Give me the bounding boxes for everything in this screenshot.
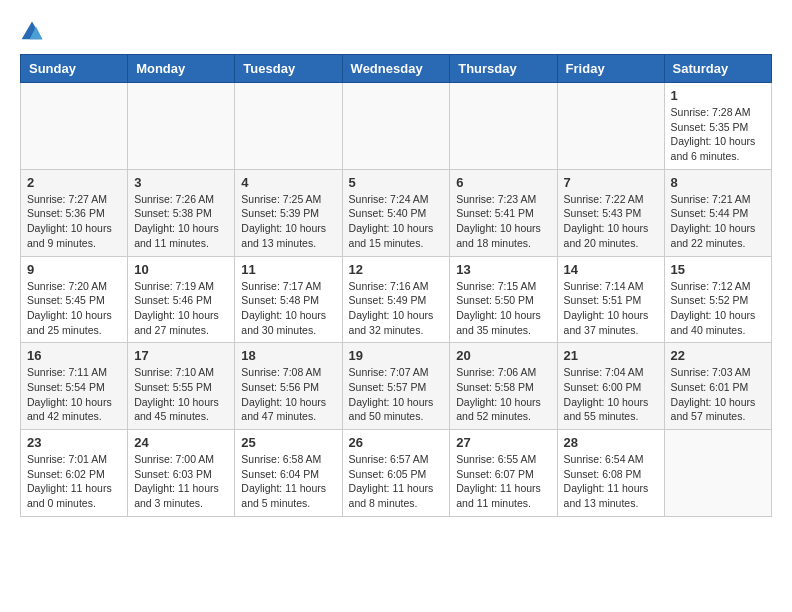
day-info: Sunrise: 7:21 AM Sunset: 5:44 PM Dayligh… <box>671 192 765 251</box>
calendar-cell: 12Sunrise: 7:16 AM Sunset: 5:49 PM Dayli… <box>342 256 450 343</box>
day-number: 16 <box>27 348 121 363</box>
page-header <box>20 20 772 44</box>
calendar-cell: 8Sunrise: 7:21 AM Sunset: 5:44 PM Daylig… <box>664 169 771 256</box>
weekday-header-sunday: Sunday <box>21 55 128 83</box>
day-info: Sunrise: 7:00 AM Sunset: 6:03 PM Dayligh… <box>134 452 228 511</box>
day-info: Sunrise: 7:16 AM Sunset: 5:49 PM Dayligh… <box>349 279 444 338</box>
calendar-cell <box>342 83 450 170</box>
day-number: 12 <box>349 262 444 277</box>
weekday-header-thursday: Thursday <box>450 55 557 83</box>
day-info: Sunrise: 6:55 AM Sunset: 6:07 PM Dayligh… <box>456 452 550 511</box>
day-info: Sunrise: 6:54 AM Sunset: 6:08 PM Dayligh… <box>564 452 658 511</box>
calendar-cell: 15Sunrise: 7:12 AM Sunset: 5:52 PM Dayli… <box>664 256 771 343</box>
day-number: 7 <box>564 175 658 190</box>
day-info: Sunrise: 7:11 AM Sunset: 5:54 PM Dayligh… <box>27 365 121 424</box>
day-info: Sunrise: 7:20 AM Sunset: 5:45 PM Dayligh… <box>27 279 121 338</box>
day-info: Sunrise: 7:07 AM Sunset: 5:57 PM Dayligh… <box>349 365 444 424</box>
day-info: Sunrise: 7:25 AM Sunset: 5:39 PM Dayligh… <box>241 192 335 251</box>
calendar-cell: 14Sunrise: 7:14 AM Sunset: 5:51 PM Dayli… <box>557 256 664 343</box>
calendar-cell: 2Sunrise: 7:27 AM Sunset: 5:36 PM Daylig… <box>21 169 128 256</box>
day-info: Sunrise: 7:04 AM Sunset: 6:00 PM Dayligh… <box>564 365 658 424</box>
calendar-week-row: 9Sunrise: 7:20 AM Sunset: 5:45 PM Daylig… <box>21 256 772 343</box>
calendar-cell: 19Sunrise: 7:07 AM Sunset: 5:57 PM Dayli… <box>342 343 450 430</box>
weekday-header-monday: Monday <box>128 55 235 83</box>
day-number: 3 <box>134 175 228 190</box>
day-number: 17 <box>134 348 228 363</box>
day-number: 27 <box>456 435 550 450</box>
day-info: Sunrise: 6:57 AM Sunset: 6:05 PM Dayligh… <box>349 452 444 511</box>
day-number: 4 <box>241 175 335 190</box>
day-number: 23 <box>27 435 121 450</box>
day-info: Sunrise: 7:06 AM Sunset: 5:58 PM Dayligh… <box>456 365 550 424</box>
day-number: 2 <box>27 175 121 190</box>
calendar-week-row: 23Sunrise: 7:01 AM Sunset: 6:02 PM Dayli… <box>21 430 772 517</box>
day-info: Sunrise: 7:22 AM Sunset: 5:43 PM Dayligh… <box>564 192 658 251</box>
day-number: 8 <box>671 175 765 190</box>
calendar-cell: 23Sunrise: 7:01 AM Sunset: 6:02 PM Dayli… <box>21 430 128 517</box>
day-info: Sunrise: 7:17 AM Sunset: 5:48 PM Dayligh… <box>241 279 335 338</box>
logo-icon <box>20 20 44 44</box>
calendar-cell: 16Sunrise: 7:11 AM Sunset: 5:54 PM Dayli… <box>21 343 128 430</box>
calendar-cell: 20Sunrise: 7:06 AM Sunset: 5:58 PM Dayli… <box>450 343 557 430</box>
calendar-cell: 28Sunrise: 6:54 AM Sunset: 6:08 PM Dayli… <box>557 430 664 517</box>
day-info: Sunrise: 7:10 AM Sunset: 5:55 PM Dayligh… <box>134 365 228 424</box>
calendar-cell <box>664 430 771 517</box>
calendar-cell <box>235 83 342 170</box>
day-info: Sunrise: 7:12 AM Sunset: 5:52 PM Dayligh… <box>671 279 765 338</box>
day-info: Sunrise: 7:14 AM Sunset: 5:51 PM Dayligh… <box>564 279 658 338</box>
day-info: Sunrise: 7:15 AM Sunset: 5:50 PM Dayligh… <box>456 279 550 338</box>
day-number: 21 <box>564 348 658 363</box>
calendar-cell: 7Sunrise: 7:22 AM Sunset: 5:43 PM Daylig… <box>557 169 664 256</box>
day-number: 14 <box>564 262 658 277</box>
calendar-cell: 13Sunrise: 7:15 AM Sunset: 5:50 PM Dayli… <box>450 256 557 343</box>
day-number: 25 <box>241 435 335 450</box>
day-number: 9 <box>27 262 121 277</box>
calendar-cell: 11Sunrise: 7:17 AM Sunset: 5:48 PM Dayli… <box>235 256 342 343</box>
day-number: 20 <box>456 348 550 363</box>
day-number: 5 <box>349 175 444 190</box>
calendar-cell <box>21 83 128 170</box>
calendar-cell: 4Sunrise: 7:25 AM Sunset: 5:39 PM Daylig… <box>235 169 342 256</box>
calendar-cell: 5Sunrise: 7:24 AM Sunset: 5:40 PM Daylig… <box>342 169 450 256</box>
weekday-header-saturday: Saturday <box>664 55 771 83</box>
calendar-cell: 24Sunrise: 7:00 AM Sunset: 6:03 PM Dayli… <box>128 430 235 517</box>
day-info: Sunrise: 7:01 AM Sunset: 6:02 PM Dayligh… <box>27 452 121 511</box>
calendar-cell: 26Sunrise: 6:57 AM Sunset: 6:05 PM Dayli… <box>342 430 450 517</box>
day-info: Sunrise: 7:23 AM Sunset: 5:41 PM Dayligh… <box>456 192 550 251</box>
day-number: 18 <box>241 348 335 363</box>
calendar-cell: 9Sunrise: 7:20 AM Sunset: 5:45 PM Daylig… <box>21 256 128 343</box>
calendar-cell: 3Sunrise: 7:26 AM Sunset: 5:38 PM Daylig… <box>128 169 235 256</box>
weekday-header-wednesday: Wednesday <box>342 55 450 83</box>
logo <box>20 20 48 44</box>
day-number: 1 <box>671 88 765 103</box>
day-number: 11 <box>241 262 335 277</box>
day-info: Sunrise: 7:26 AM Sunset: 5:38 PM Dayligh… <box>134 192 228 251</box>
day-info: Sunrise: 7:24 AM Sunset: 5:40 PM Dayligh… <box>349 192 444 251</box>
calendar-cell: 25Sunrise: 6:58 AM Sunset: 6:04 PM Dayli… <box>235 430 342 517</box>
day-info: Sunrise: 7:08 AM Sunset: 5:56 PM Dayligh… <box>241 365 335 424</box>
calendar-cell: 27Sunrise: 6:55 AM Sunset: 6:07 PM Dayli… <box>450 430 557 517</box>
day-number: 19 <box>349 348 444 363</box>
day-info: Sunrise: 6:58 AM Sunset: 6:04 PM Dayligh… <box>241 452 335 511</box>
calendar-cell: 22Sunrise: 7:03 AM Sunset: 6:01 PM Dayli… <box>664 343 771 430</box>
calendar-cell: 6Sunrise: 7:23 AM Sunset: 5:41 PM Daylig… <box>450 169 557 256</box>
calendar-cell <box>128 83 235 170</box>
weekday-header-tuesday: Tuesday <box>235 55 342 83</box>
calendar-week-row: 1Sunrise: 7:28 AM Sunset: 5:35 PM Daylig… <box>21 83 772 170</box>
day-info: Sunrise: 7:03 AM Sunset: 6:01 PM Dayligh… <box>671 365 765 424</box>
calendar-cell <box>450 83 557 170</box>
day-number: 13 <box>456 262 550 277</box>
day-number: 6 <box>456 175 550 190</box>
calendar-cell: 18Sunrise: 7:08 AM Sunset: 5:56 PM Dayli… <box>235 343 342 430</box>
day-number: 28 <box>564 435 658 450</box>
day-info: Sunrise: 7:19 AM Sunset: 5:46 PM Dayligh… <box>134 279 228 338</box>
day-info: Sunrise: 7:28 AM Sunset: 5:35 PM Dayligh… <box>671 105 765 164</box>
calendar-week-row: 2Sunrise: 7:27 AM Sunset: 5:36 PM Daylig… <box>21 169 772 256</box>
calendar-cell: 1Sunrise: 7:28 AM Sunset: 5:35 PM Daylig… <box>664 83 771 170</box>
calendar-table: SundayMondayTuesdayWednesdayThursdayFrid… <box>20 54 772 517</box>
calendar-header-row: SundayMondayTuesdayWednesdayThursdayFrid… <box>21 55 772 83</box>
day-number: 10 <box>134 262 228 277</box>
calendar-cell: 10Sunrise: 7:19 AM Sunset: 5:46 PM Dayli… <box>128 256 235 343</box>
calendar-cell: 17Sunrise: 7:10 AM Sunset: 5:55 PM Dayli… <box>128 343 235 430</box>
day-number: 24 <box>134 435 228 450</box>
